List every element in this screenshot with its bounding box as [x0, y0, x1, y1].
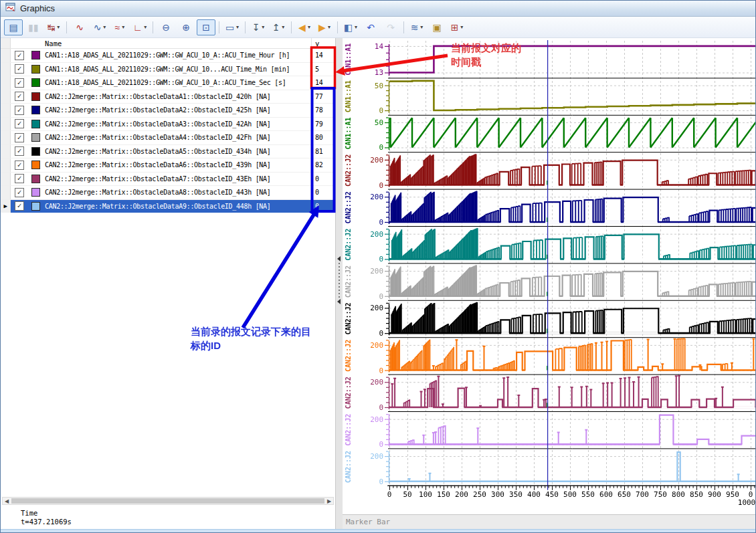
swatch-cell — [28, 49, 43, 62]
signal-y-value: 78 — [311, 104, 335, 117]
row-marker-cell — [1, 104, 11, 117]
swatch-cell — [28, 131, 43, 144]
signal-color-swatch[interactable] — [31, 92, 40, 101]
signal-down-dropdown-icon[interactable]: ▾ — [262, 24, 264, 30]
axes-xy-button[interactable]: ∟▾ — [130, 19, 149, 35]
panel-layout-dropdown-icon[interactable]: ▾ — [355, 24, 357, 30]
display-sweep-dropdown-icon[interactable]: ▾ — [103, 24, 106, 30]
fit-view-button[interactable]: ▭▾ — [223, 19, 242, 35]
signal-visible-checkbox[interactable]: ✓ — [15, 92, 24, 101]
signal-row-9[interactable]: ✓CAN2::J2merge::Matrix::ObstacleDataA6::… — [1, 158, 335, 173]
signal-visible-checkbox[interactable]: ✓ — [15, 146, 24, 156]
signal-row-4[interactable]: ✓CAN2::J2merge::Matrix::ObstacleDataA1::… — [1, 90, 335, 104]
signal-down-icon: ↧ — [252, 23, 260, 32]
fit-view-dropdown-icon[interactable]: ▾ — [236, 24, 239, 30]
axes-xy-icon: ∟ — [133, 23, 143, 32]
time-markers-dropdown-icon[interactable]: ▾ — [420, 24, 423, 30]
zoom-out-button[interactable]: ⊖ — [157, 19, 175, 35]
display-static-button[interactable]: ∿ — [70, 19, 89, 35]
window-title: Graphics — [20, 3, 55, 13]
signal-visible-checkbox[interactable]: ✓ — [15, 174, 24, 183]
signal-up-dropdown-icon[interactable]: ▾ — [282, 24, 284, 30]
signal-color-swatch[interactable] — [31, 133, 40, 142]
signal-color-swatch[interactable] — [31, 51, 40, 60]
signal-color-swatch[interactable] — [31, 175, 40, 183]
row-marker-cell — [1, 131, 11, 144]
signal-row-3[interactable]: ✓CAN1::A18_ADAS_ALL_20211029::GWM::GW_AC… — [1, 76, 335, 90]
chart-options-button[interactable]: ⊞▾ — [448, 19, 466, 35]
signal-visible-checkbox[interactable]: ✓ — [15, 161, 24, 170]
signal-color-swatch[interactable] — [31, 78, 40, 87]
marker-bar[interactable]: Marker Bar — [343, 514, 756, 529]
signal-row-12[interactable]: ▶✓CAN2::J2merge::Matrix::ObstacleDataA9:… — [1, 200, 335, 213]
signal-row-2[interactable]: ✓CAN1::A18_ADAS_ALL_20211029::GWM::GW_AC… — [1, 63, 335, 77]
next-event-button[interactable]: ▶▾ — [315, 19, 334, 35]
signal-up-button[interactable]: ↥▾ — [269, 19, 288, 35]
next-event-icon: ▶ — [318, 23, 326, 32]
signal-y-value: 79 — [311, 118, 335, 131]
signal-row-1[interactable]: ✓CAN1::A18_ADAS_ALL_20211029::GWM::GW_AC… — [1, 49, 335, 63]
time-markers-button[interactable]: ≋▾ — [407, 19, 426, 35]
toolbar-separator — [291, 21, 292, 33]
time-markers-icon: ≋ — [411, 23, 419, 32]
signal-plot-canvas[interactable] — [343, 38, 756, 514]
legend-toggle-button[interactable]: ▤ — [4, 19, 23, 35]
measurement-cursor-button[interactable]: ↹▾ — [44, 19, 63, 35]
prev-event-button[interactable]: ◀▾ — [295, 19, 314, 35]
scrollbar-thumb[interactable] — [11, 498, 324, 504]
signal-visible-checkbox[interactable]: ✓ — [15, 201, 24, 211]
signal-style-button[interactable]: ≈▾ — [110, 19, 129, 35]
signal-row-8[interactable]: ✓CAN2::J2merge::Matrix::ObstacleDataA5::… — [1, 145, 335, 159]
signal-color-swatch[interactable] — [31, 161, 40, 169]
signal-color-swatch[interactable] — [31, 147, 40, 156]
zoom-out-icon: ⊖ — [162, 23, 170, 32]
export-diagram-icon: ▣ — [432, 23, 441, 32]
display-sweep-button[interactable]: ∿▾ — [90, 19, 109, 35]
export-diagram-button[interactable]: ▣ — [428, 19, 446, 35]
axes-xy-dropdown-icon[interactable]: ▾ — [144, 24, 147, 30]
signal-color-swatch[interactable] — [31, 120, 40, 128]
signal-color-swatch[interactable] — [31, 65, 40, 74]
redo-icon: ↷ — [387, 23, 395, 32]
checkbox-cell: ✓ — [11, 173, 28, 186]
plot-panel: Marker Bar — [343, 38, 756, 529]
undo-button[interactable]: ↶ — [361, 19, 380, 35]
signal-color-swatch[interactable] — [31, 106, 40, 114]
next-event-dropdown-icon[interactable]: ▾ — [328, 24, 330, 30]
zoom-in-button[interactable]: ⊕ — [177, 19, 195, 35]
scroll-right-icon[interactable]: ▶ — [325, 498, 333, 504]
signal-visible-checkbox[interactable]: ✓ — [15, 106, 24, 115]
signal-row-10[interactable]: ✓CAN2::J2merge::Matrix::ObstacleDataA7::… — [1, 173, 335, 187]
signal-down-button[interactable]: ↧▾ — [249, 19, 268, 35]
legend-horizontal-scrollbar[interactable]: ◀ ▶ — [2, 497, 334, 505]
signal-visible-checkbox[interactable]: ✓ — [15, 51, 24, 60]
toolbar-separator — [153, 21, 153, 33]
signal-row-6[interactable]: ✓CAN2::J2merge::Matrix::ObstacleDataA3::… — [1, 118, 335, 132]
signal-visible-checkbox[interactable]: ✓ — [15, 119, 24, 128]
signal-visible-checkbox[interactable]: ✓ — [15, 188, 24, 197]
signal-visible-checkbox[interactable]: ✓ — [15, 133, 24, 142]
splitter-grip[interactable] — [339, 263, 340, 298]
measurement-cursor-dropdown-icon[interactable]: ▾ — [57, 24, 60, 30]
splitter-collapse-icon[interactable] — [337, 299, 341, 304]
signal-color-swatch[interactable] — [31, 202, 40, 211]
row-marker-cell — [1, 90, 11, 104]
chart-options-dropdown-icon[interactable]: ▾ — [460, 24, 463, 30]
panel-layout-button[interactable]: ◧▾ — [341, 19, 360, 35]
signal-name: CAN2::J2merge::Matrix::ObstacleDataA4::O… — [43, 131, 311, 144]
swatch-cell — [28, 200, 43, 213]
scroll-left-icon[interactable]: ◀ — [3, 498, 11, 504]
signal-row-5[interactable]: ✓CAN2::J2merge::Matrix::ObstacleDataA2::… — [1, 104, 335, 118]
signal-row-7[interactable]: ✓CAN2::J2merge::Matrix::ObstacleDataA4::… — [1, 131, 335, 145]
signal-style-dropdown-icon[interactable]: ▾ — [122, 24, 124, 30]
prev-event-dropdown-icon[interactable]: ▾ — [308, 24, 310, 30]
splitter-collapse-icon[interactable] — [337, 256, 341, 261]
signal-visible-checkbox[interactable]: ✓ — [15, 78, 24, 88]
checkbox-cell: ✓ — [11, 131, 28, 144]
signal-y-value: 14 — [311, 76, 335, 90]
signal-legend-panel: Name y ✓CAN1::A18_ADAS_ALL_20211029::GWM… — [1, 38, 336, 529]
zoom-select-button[interactable]: ⊡ — [197, 19, 215, 35]
signal-visible-checkbox[interactable]: ✓ — [15, 64, 24, 74]
signal-row-11[interactable]: ✓CAN2::J2merge::Matrix::ObstacleDataA8::… — [1, 186, 335, 200]
signal-color-swatch[interactable] — [31, 188, 40, 197]
